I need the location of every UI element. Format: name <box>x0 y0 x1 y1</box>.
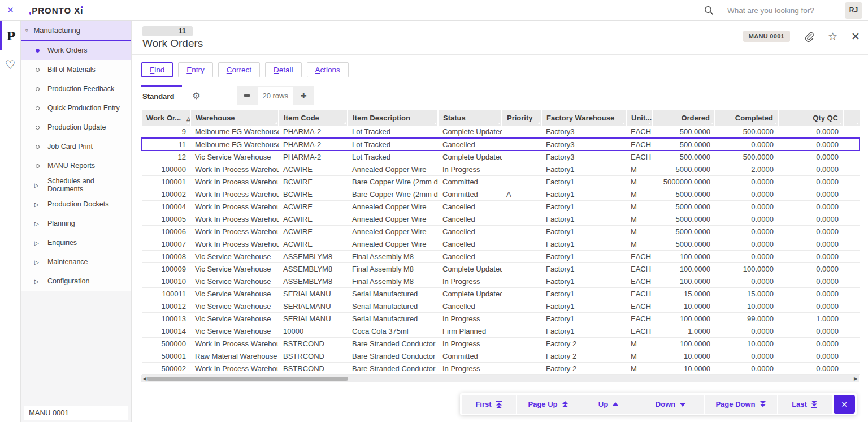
column-header-work-or-[interactable]: Work Or...△ <box>142 110 190 126</box>
column-header-factory-warehouse[interactable]: Factory Warehouse <box>541 110 626 126</box>
column-header-item-description[interactable]: Item Description <box>348 110 438 126</box>
table-row[interactable]: 100011Vic Service WarehouseSERIALMANUSer… <box>142 287 860 300</box>
search-icon[interactable] <box>704 6 714 15</box>
paperclip-icon[interactable] <box>804 31 814 42</box>
cell: M <box>626 350 652 362</box>
cell <box>502 238 541 250</box>
cell: 0.0000 <box>778 337 843 350</box>
table-row[interactable]: 100014Vic Service Warehouse10000Coca Col… <box>142 325 860 337</box>
pager-pageup-button[interactable]: Page Up <box>517 395 580 414</box>
cell: Factory3 <box>541 138 626 150</box>
cell: SERIALMANU <box>279 287 348 300</box>
table-row[interactable]: 500000Work In Process Warehouse 2BSTRCON… <box>142 337 860 350</box>
pager-button-label: Page Up <box>528 400 557 408</box>
table-row[interactable]: 100007Work In Process Warehouse 1ACWIREA… <box>142 238 860 250</box>
close-screen-icon[interactable]: ✕ <box>851 31 860 42</box>
column-header-completed[interactable]: Completed <box>715 110 778 126</box>
table-row[interactable]: 100001Work In Process Warehouse 1BCWIREB… <box>142 175 860 188</box>
tab-find[interactable]: Find <box>141 62 173 77</box>
search-input[interactable] <box>727 6 835 15</box>
table-row[interactable]: 500002Work In Process Warehouse 2BSTRCON… <box>142 362 860 374</box>
pager-close-button[interactable]: ✕ <box>834 395 855 414</box>
sidebar-item-quick-production-entry[interactable]: Quick Production Entry <box>21 98 131 118</box>
sidebar-item-maintenance[interactable]: ▷Maintenance <box>21 252 131 272</box>
cell: Factory 2 <box>541 350 626 362</box>
cell: 99.0000 <box>715 312 778 325</box>
table-row[interactable]: 100002Work In Process Warehouse 1BCWIREB… <box>142 188 860 200</box>
scrollbar-thumb[interactable] <box>147 377 348 381</box>
horizontal-scrollbar[interactable]: ◀ ▶ <box>141 375 859 382</box>
sidebar-item-production-update[interactable]: Production Update <box>21 118 131 137</box>
table-row[interactable]: 100013Vic Service WarehouseSERIALMANUSer… <box>142 312 860 325</box>
sidebar-item-enquiries[interactable]: ▷Enquiries <box>21 233 131 252</box>
table-row[interactable]: 9Melbourne FG WarehousePHARMA-2Lot Track… <box>142 126 860 138</box>
tab-actions[interactable]: Actions <box>307 62 349 77</box>
sidebar-item-work-orders[interactable]: Work Orders <box>21 41 131 60</box>
sidebar-item-production-dockets[interactable]: ▷Production Dockets <box>21 195 131 214</box>
sidebar-item-job-card-print[interactable]: Job Card Print <box>21 137 131 156</box>
sidebar-item-schedules-and-documents[interactable]: ▷Schedules and Documents <box>21 175 131 195</box>
cell: Work In Process Warehouse 1 <box>190 188 279 200</box>
pager-up-button[interactable]: Up <box>580 395 637 414</box>
chevron-right-icon: ▷ <box>34 182 40 188</box>
gear-icon[interactable]: ⚙ <box>192 91 200 101</box>
table-row[interactable]: 100000Work In Process Warehouse 1ACWIREA… <box>142 163 860 175</box>
sidebar-item-manu-reports[interactable]: MANU Reports <box>21 156 131 175</box>
tab-entry[interactable]: Entry <box>178 62 213 77</box>
cell: Committed <box>438 350 502 362</box>
cell: 500.0000 <box>715 126 778 138</box>
table-row[interactable]: 12Vic Service WarehousePHARMA-2Lot Track… <box>142 150 860 163</box>
cell: 10.0000 <box>652 300 715 312</box>
table-row[interactable]: 500001Raw Material Warehouse 2BSTRCONDBa… <box>142 350 860 362</box>
cell: 12 <box>142 150 190 163</box>
column-header-warehouse[interactable]: Warehouse <box>190 110 279 126</box>
column-header-unit-[interactable]: Unit... <box>626 110 652 126</box>
cell: 5000000.0000 <box>652 175 715 188</box>
avatar[interactable]: RJ <box>845 2 862 19</box>
cell: 500002 <box>142 362 190 374</box>
cell: Serial Manufactured <box>348 300 438 312</box>
column-header-qty-qc[interactable]: Qty QC <box>778 110 843 126</box>
close-menu-icon[interactable]: ✕ <box>0 0 21 20</box>
column-header-ordered[interactable]: Ordered <box>652 110 715 126</box>
sidebar-section-manufacturing[interactable]: ▿ Manufacturing <box>21 21 131 41</box>
cell: 10.0000 <box>715 337 778 350</box>
rows-increase-button[interactable]: ✚ <box>293 86 314 105</box>
pager-last-button[interactable]: Last <box>778 395 832 414</box>
table-row[interactable]: 100006Work In Process Warehouse 1ACWIREA… <box>142 225 860 238</box>
sidebar-item-bill-of-materials[interactable]: Bill of Materials <box>21 60 131 79</box>
sidebar-item-planning[interactable]: ▷Planning <box>21 214 131 233</box>
table-row[interactable]: 100008Vic Service WarehouseASSEMBLYM8Fin… <box>142 250 860 262</box>
cell: 0.0000 <box>778 262 843 275</box>
sidebar-item-configuration[interactable]: ▷Configuration <box>21 272 131 291</box>
favorite-star-icon[interactable]: ☆ <box>828 31 837 42</box>
scroll-right-icon[interactable]: ▶ <box>852 375 859 382</box>
column-header-blank <box>843 110 860 126</box>
column-header-priority[interactable]: Priority <box>502 110 541 126</box>
table-row[interactable]: 100010Vic Service WarehouseASSEMBLYM8Fin… <box>142 275 860 287</box>
cell: Factory3 <box>541 126 626 138</box>
table-row[interactable]: 100012Vic Service WarehouseSERIALMANUSer… <box>142 300 860 312</box>
tab-label: Find <box>150 66 164 74</box>
view-tab-standard[interactable]: Standard <box>141 85 182 106</box>
cell: M <box>626 213 652 225</box>
sidebar-item-production-feedback[interactable]: Production Feedback <box>21 79 131 98</box>
column-header-item-code[interactable]: Item Code <box>279 110 348 126</box>
column-header-status[interactable]: Status <box>438 110 502 126</box>
cell: Final Assembly M8 <box>348 262 438 275</box>
pronto-home-icon[interactable]: P <box>0 21 20 50</box>
table-row[interactable]: 100004Work In Process Warehouse 1ACWIREA… <box>142 200 860 213</box>
pager-first-button[interactable]: First <box>462 395 516 414</box>
cell: M <box>626 362 652 374</box>
tab-correct[interactable]: Correct <box>218 62 260 77</box>
pager-pagedown-button[interactable]: Page Down <box>705 395 777 414</box>
table-row[interactable]: 100009Vic Service WarehouseASSEMBLYM8Fin… <box>142 262 860 275</box>
cell <box>843 337 860 350</box>
favorites-heart-icon[interactable]: ♡ <box>0 50 20 80</box>
table-row[interactable]: 100005Work In Process Warehouse 1ACWIREA… <box>142 213 860 225</box>
pager-down-button[interactable]: Down <box>637 395 704 414</box>
tab-detail[interactable]: Detail <box>265 62 302 77</box>
sidebar-item-label: Work Orders <box>47 46 88 54</box>
rows-decrease-button[interactable] <box>237 86 258 105</box>
table-row-selected[interactable]: 11Melbourne FG WarehousePHARMA-2Lot Trac… <box>142 138 860 150</box>
